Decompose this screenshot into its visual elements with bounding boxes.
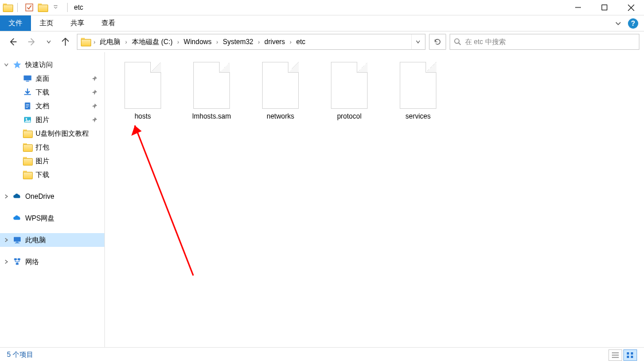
file-item[interactable]: protocol	[315, 58, 384, 127]
details-view-button[interactable]	[608, 349, 622, 361]
sidebar-item-label: 下载	[36, 170, 49, 180]
share-tab[interactable]: 共享	[62, 15, 93, 31]
breadcrumb-bar[interactable]: › 此电脑 › 本地磁盘 (C:) › Windows › System32 ›…	[77, 34, 426, 50]
qat-folder-icon	[38, 3, 47, 12]
documents-icon	[23, 101, 32, 111]
sidebar-wps[interactable]: WPS网盘	[0, 211, 104, 225]
back-button[interactable]	[5, 34, 21, 50]
pin-icon	[91, 117, 97, 123]
tree-expand-icon[interactable]	[3, 194, 9, 199]
sidebar-network[interactable]: 网络	[0, 255, 104, 269]
wps-cloud-icon	[13, 214, 22, 223]
annotation-arrow	[124, 115, 199, 281]
recent-locations-button[interactable]	[44, 34, 54, 50]
help-button[interactable]: ?	[628, 18, 638, 29]
quick-access-toolbar	[0, 1, 71, 14]
file-item[interactable]: networks	[246, 58, 315, 127]
status-text: 5 个项目	[7, 350, 33, 360]
sidebar-item-folder[interactable]: 下载	[0, 168, 104, 182]
help-icon: ?	[631, 19, 635, 27]
sidebar-item-label: 桌面	[36, 74, 49, 84]
file-label: hosts	[135, 112, 151, 120]
file-list-pane[interactable]: hosts lmhosts.sam networks protocol serv…	[105, 52, 644, 347]
expand-ribbon-button[interactable]	[614, 19, 622, 27]
close-button[interactable]	[618, 0, 644, 15]
forward-arrow-icon	[27, 37, 37, 47]
refresh-button[interactable]	[429, 34, 446, 50]
sidebar-item-label: WPS网盘	[25, 214, 54, 223]
file-label: lmhosts.sam	[192, 112, 231, 120]
sidebar-item-pictures[interactable]: 图片	[0, 113, 104, 127]
file-label: networks	[267, 112, 294, 120]
sidebar-item-folder[interactable]: U盘制作图文教程	[0, 127, 104, 140]
svg-rect-21	[16, 263, 19, 265]
pin-icon	[91, 76, 97, 82]
sidebar-item-documents[interactable]: 文档	[0, 99, 104, 113]
sidebar-item-label: 图片	[36, 115, 49, 125]
file-item[interactable]: hosts	[108, 58, 177, 127]
folder-icon	[23, 156, 32, 166]
minimize-button[interactable]	[565, 0, 591, 15]
breadcrumb-item[interactable]: System32	[219, 34, 256, 49]
svg-rect-9	[26, 81, 29, 81]
sidebar-quick-access[interactable]: 快速访问	[0, 58, 104, 72]
sidebar-item-downloads[interactable]: 下载	[0, 85, 104, 99]
breadcrumb-item[interactable]: drivers	[261, 34, 288, 49]
breadcrumb-item[interactable]: 本地磁盘 (C:)	[128, 34, 176, 49]
sidebar-item-label: 下载	[36, 88, 49, 97]
file-tab[interactable]: 文件	[0, 15, 31, 31]
view-tab[interactable]: 查看	[93, 15, 124, 31]
window-controls	[565, 0, 644, 15]
svg-rect-18	[15, 243, 19, 243]
sidebar-onedrive[interactable]: OneDrive	[0, 190, 104, 203]
breadcrumb-dropdown-button[interactable]	[411, 34, 424, 49]
svg-rect-20	[18, 258, 21, 260]
maximize-button[interactable]	[591, 0, 618, 15]
sidebar-item-label: U盘制作图文教程	[36, 129, 89, 139]
checkbox-icon	[25, 3, 33, 11]
separator	[17, 3, 18, 12]
search-box[interactable]	[450, 34, 639, 50]
chevron-right-icon: ›	[288, 39, 292, 45]
up-button[interactable]	[57, 34, 73, 50]
onedrive-icon	[13, 192, 22, 201]
folder-icon	[23, 143, 32, 152]
tree-expand-icon[interactable]	[3, 237, 9, 243]
home-tab[interactable]: 主页	[31, 15, 62, 31]
breadcrumb-item[interactable]: 此电脑	[96, 34, 124, 49]
chevron-right-icon: ›	[124, 39, 128, 45]
refresh-icon	[434, 38, 442, 46]
pictures-icon	[23, 115, 32, 124]
search-input[interactable]	[465, 38, 635, 46]
folder-icon	[23, 129, 32, 138]
pc-icon	[13, 235, 22, 245]
svg-rect-29	[627, 356, 629, 358]
sidebar-item-folder[interactable]: 打包	[0, 140, 104, 154]
qat-properties-button[interactable]	[23, 1, 36, 14]
breadcrumb-item[interactable]: etc	[292, 34, 309, 49]
file-icon	[400, 62, 436, 109]
svg-rect-30	[631, 356, 633, 358]
sidebar-item-folder[interactable]: 图片	[0, 154, 104, 168]
minimize-icon	[575, 5, 581, 10]
sidebar-item-label: 文档	[36, 101, 49, 111]
chevron-right-icon: ›	[176, 39, 180, 45]
file-item[interactable]: lmhosts.sam	[177, 58, 246, 127]
icons-view-button[interactable]	[623, 349, 637, 361]
tree-expand-icon[interactable]	[3, 259, 9, 265]
close-icon	[628, 5, 634, 11]
file-item[interactable]: services	[384, 58, 452, 127]
qat-customize-button[interactable]	[49, 1, 62, 14]
file-grid: hosts lmhosts.sam networks protocol serv…	[108, 58, 641, 127]
tree-collapse-icon[interactable]	[3, 62, 9, 68]
sidebar-item-desktop[interactable]: 桌面	[0, 72, 104, 85]
breadcrumb-item[interactable]: Windows	[180, 34, 215, 49]
maximize-icon	[602, 5, 607, 10]
network-icon	[13, 257, 22, 266]
navigation-pane[interactable]: 快速访问 桌面 下载 文档 图片	[0, 52, 105, 347]
sidebar-this-pc[interactable]: 此电脑	[0, 233, 104, 247]
svg-line-7	[459, 43, 461, 45]
forward-button[interactable]	[24, 34, 40, 50]
pin-icon	[91, 89, 97, 96]
chevron-down-icon	[53, 5, 58, 10]
